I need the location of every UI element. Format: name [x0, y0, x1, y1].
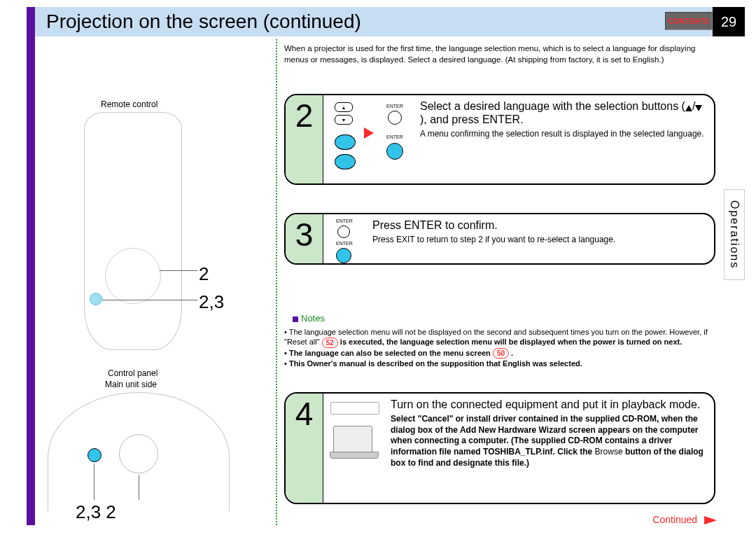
step-3-number: 3 — [286, 214, 323, 263]
step-3-title: Press ENTER to confirm. — [330, 218, 707, 232]
page-number: 29 — [713, 7, 745, 36]
step-3-subtext: Press EXIT to return to step 2 if you wa… — [330, 235, 707, 246]
enter-label: ENTER — [336, 241, 353, 246]
step-2-title-a: Select a desired language with the selec… — [420, 100, 685, 112]
step-4-body: Turn on the connected equipment and put … — [323, 394, 714, 503]
step-3-box: 3 ENTER ENTER Press ENTER to confirm. Pr… — [284, 213, 715, 265]
continued-label: Continued — [652, 514, 697, 525]
page-ref-52[interactable]: 52 — [322, 338, 338, 348]
note-line-2: • The language can also be selected on t… — [284, 348, 720, 359]
purple-accent-bar — [27, 7, 35, 525]
down-button-icon — [335, 115, 353, 125]
step-3-button-diagram: ENTER ENTER — [330, 218, 372, 262]
cyan-up-icon — [335, 134, 356, 150]
page-ref-50[interactable]: 50 — [493, 348, 509, 359]
callout-2: 2 — [199, 263, 209, 285]
contents-button[interactable]: CONTENTS — [665, 12, 713, 30]
note-2a: • The language can also be selected on t… — [284, 349, 493, 357]
step-2-title-b: ), and press ENTER. — [420, 113, 524, 125]
remote-control-label: Remote control — [101, 99, 158, 109]
step-2-button-diagram: ENTER ENTER — [330, 99, 420, 176]
enter-label: ENTER — [336, 218, 353, 223]
callout-2-3: 2,3 — [199, 291, 224, 313]
arrow-right-icon — [364, 127, 374, 139]
cyan-down-icon — [335, 154, 356, 169]
callout-line — [94, 464, 94, 500]
main-unit-side-label: Main unit side — [105, 380, 157, 389]
enter-circle-icon — [388, 111, 402, 125]
page-title: Projection on the screen (continued) — [46, 11, 361, 33]
step-4-number: 4 — [286, 394, 323, 503]
cyan-enter-icon — [386, 143, 403, 160]
callout-line — [102, 300, 197, 300]
callout-line — [139, 475, 139, 500]
page-header: Projection on the screen (continued) — [35, 7, 714, 36]
step-4-box: 4 Turn on the connected equipment and pu… — [284, 392, 715, 504]
note-line-3: • This Owner's manual is described on th… — [284, 359, 720, 368]
up-button-icon — [335, 102, 353, 112]
callout-2-3-2: 2,3 2 — [76, 501, 116, 523]
laptop-icon — [333, 426, 372, 454]
panel-enter-icon — [88, 448, 102, 462]
enter-label: ENTER — [386, 104, 403, 109]
control-panel-label: Control panel — [108, 368, 158, 378]
step-4-title: Turn on the connected equipment and put … — [330, 398, 707, 411]
step-2-number: 2 — [286, 95, 323, 183]
remote-dpad-icon — [105, 248, 161, 304]
column-divider — [276, 39, 277, 525]
cyan-enter-icon — [336, 248, 351, 263]
step-2-box: 2 ENTER ENTER Select a desired language … — [284, 94, 715, 185]
notes-heading: Notes — [284, 313, 720, 325]
enter-label: ENTER — [386, 134, 403, 139]
notes-section: Notes • The language selection menu will… — [284, 313, 720, 369]
enter-circle-icon — [337, 225, 350, 238]
step-4-browse: Browse — [595, 447, 623, 457]
step-4-equipment-diagram — [330, 398, 386, 503]
vcr-icon — [330, 402, 379, 415]
section-tab-label: Operations — [728, 200, 741, 269]
panel-dpad-icon — [119, 434, 158, 473]
remote-enter-icon — [90, 293, 102, 305]
continued-indicator: Continued — [652, 514, 717, 525]
triangle-down-icon — [695, 105, 702, 111]
note-1b: is executed, the language selection menu… — [340, 338, 682, 346]
callout-line — [160, 270, 197, 271]
intro-paragraph: When a projector is used for the first t… — [284, 43, 715, 65]
step-4-subtext: Select "Cancel" or install driver contai… — [330, 414, 707, 468]
remote-control-illustration — [84, 112, 182, 350]
step-3-body: ENTER ENTER Press ENTER to confirm. Pres… — [323, 214, 714, 263]
section-tab[interactable]: Operations — [724, 189, 745, 280]
step-2-body: ENTER ENTER Select a desired language wi… — [323, 95, 714, 183]
arrow-right-icon — [704, 516, 717, 524]
note-2b: . — [511, 349, 513, 357]
triangle-up-icon — [685, 105, 692, 111]
note-line-1: • The language selection menu will not b… — [284, 327, 720, 348]
